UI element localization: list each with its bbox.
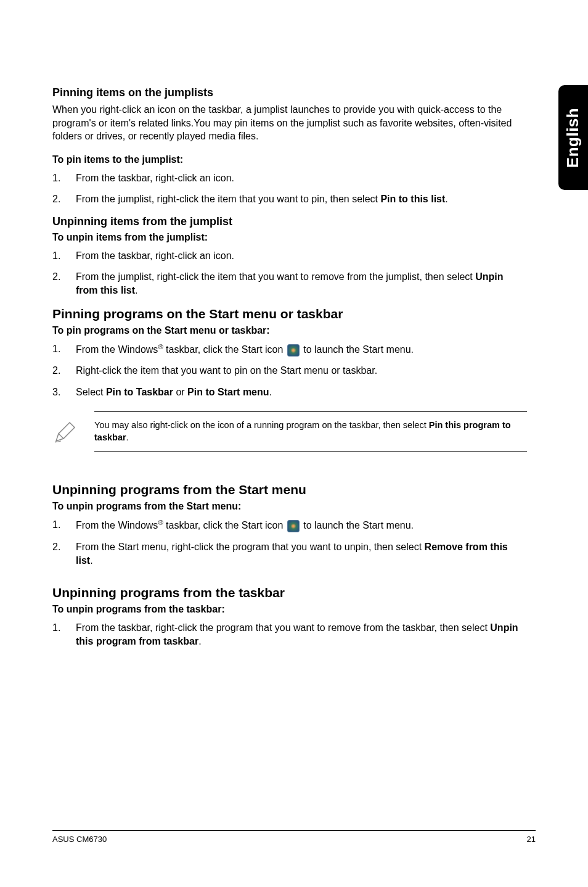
- list-item: 2. Right-click the item that you want to…: [52, 364, 527, 377]
- step-text: From the taskbar, right-click the progra…: [76, 621, 527, 649]
- step-number: 2.: [52, 192, 76, 206]
- start-icon: [287, 520, 300, 532]
- heading-unpinning-start: Unpinning programs from the Start menu: [52, 482, 527, 497]
- step-text: From the taskbar, right-click an icon.: [76, 171, 527, 185]
- step-text: From the Windows® taskbar, click the Sta…: [76, 518, 527, 533]
- step-text: From the Windows® taskbar, click the Sta…: [76, 342, 527, 357]
- list-item: 1. From the taskbar, right-click an icon…: [52, 249, 527, 263]
- step-number: 2.: [52, 270, 76, 298]
- heading-pinning-programs: Pinning programs on the Start menu or ta…: [52, 307, 527, 321]
- heading-pinning-jumplists: Pinning items on the jumplists: [52, 86, 527, 99]
- howto-unpin-start: To unpin programs from the Start menu:: [52, 501, 527, 512]
- step-number: 2.: [52, 364, 76, 377]
- list-item: 2. From the jumplist, right-click the it…: [52, 270, 527, 298]
- note-box: You may also right-click on the icon of …: [52, 411, 527, 452]
- pencil-icon: [52, 411, 77, 447]
- step-number: 2.: [52, 540, 76, 568]
- start-icon: [287, 344, 300, 357]
- list-item: 1. From the taskbar, right-click the pro…: [52, 621, 527, 649]
- step-text: From the jumplist, right-click the item …: [76, 270, 527, 298]
- step-number: 1.: [52, 518, 76, 533]
- step-number: 3.: [52, 386, 76, 399]
- step-text: Right-click the item that you want to pi…: [76, 364, 527, 377]
- howto-pin-programs: To pin programs on the Start menu or tas…: [52, 325, 527, 336]
- howto-unpin-taskbar: To unpin programs from the taskbar:: [52, 604, 527, 615]
- note-text: You may also right-click on the icon of …: [94, 411, 527, 452]
- step-number: 1.: [52, 342, 76, 357]
- step-text: From the taskbar, right-click an icon.: [76, 249, 527, 263]
- page-content: Pinning items on the jumplists When you …: [52, 86, 527, 649]
- step-text: Select Pin to Taskbar or Pin to Start me…: [76, 386, 527, 399]
- intro-pinning-jumplists: When you right-click an icon on the task…: [52, 103, 527, 143]
- step-text: From the Start menu, right-click the pro…: [76, 540, 527, 568]
- list-item: 3. Select Pin to Taskbar or Pin to Start…: [52, 386, 527, 399]
- language-tab: English: [558, 85, 588, 190]
- list-item: 2. From the jumplist, right-click the it…: [52, 192, 527, 206]
- step-number: 1.: [52, 171, 76, 185]
- footer-product: ASUS CM6730: [52, 835, 107, 844]
- howto-unpin-jumplist: To unpin items from the jumplist:: [52, 232, 527, 243]
- list-item: 1. From the Windows® taskbar, click the …: [52, 518, 527, 533]
- steps-unpin-start: 1. From the Windows® taskbar, click the …: [52, 518, 527, 568]
- steps-pin-programs: 1. From the Windows® taskbar, click the …: [52, 342, 527, 400]
- language-tab-label: English: [564, 107, 583, 167]
- list-item: 1. From the taskbar, right-click an icon…: [52, 171, 527, 185]
- steps-pin-jumplist: 1. From the taskbar, right-click an icon…: [52, 171, 527, 207]
- step-number: 1.: [52, 249, 76, 263]
- list-item: 2. From the Start menu, right-click the …: [52, 540, 527, 568]
- footer-page-number: 21: [527, 835, 536, 844]
- howto-pin-jumplist: To pin items to the jumplist:: [52, 154, 527, 165]
- heading-unpinning-jumplist: Unpinning items from the jumplist: [52, 215, 527, 228]
- step-number: 1.: [52, 621, 76, 649]
- page-footer: ASUS CM6730 21: [52, 830, 536, 844]
- step-text: From the jumplist, right-click the item …: [76, 192, 527, 206]
- heading-unpinning-taskbar: Unpinning programs from the taskbar: [52, 585, 527, 600]
- steps-unpin-jumplist: 1. From the taskbar, right-click an icon…: [52, 249, 527, 298]
- list-item: 1. From the Windows® taskbar, click the …: [52, 342, 527, 357]
- steps-unpin-taskbar: 1. From the taskbar, right-click the pro…: [52, 621, 527, 649]
